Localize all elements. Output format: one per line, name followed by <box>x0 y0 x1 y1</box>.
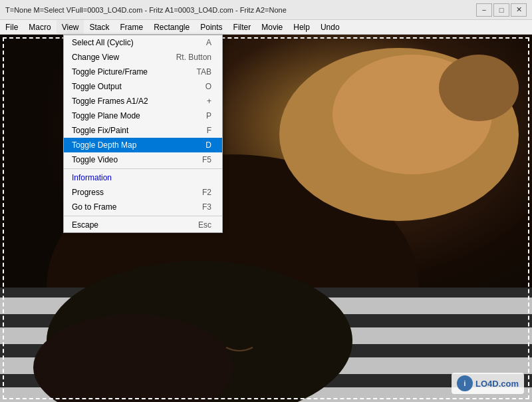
title-bar-controls: − □ ✕ <box>476 3 527 17</box>
menu-view[interactable]: View <box>57 20 84 34</box>
menu-bar: File Macro View Stack Frame Rectangle Po… <box>0 20 532 35</box>
menu-toggle-frames[interactable]: Toggle Frames A1/A2 + <box>64 94 222 108</box>
menu-points[interactable]: Points <box>195 20 227 34</box>
menu-undo[interactable]: Undo <box>315 20 345 34</box>
menu-movie[interactable]: Movie <box>256 20 288 34</box>
close-button[interactable]: ✕ <box>511 3 527 17</box>
menu-help[interactable]: Help <box>288 20 315 34</box>
menu-file[interactable]: File <box>0 20 23 34</box>
separator-1 <box>64 168 222 169</box>
menu-escape[interactable]: Escape Esc <box>64 218 222 232</box>
menu-toggle-picture-frame[interactable]: Toggle Picture/Frame TAB <box>64 65 222 79</box>
minimize-button[interactable]: − <box>476 3 492 17</box>
menu-change-view[interactable]: Change View Rt. Button <box>64 50 222 65</box>
menu-toggle-depth-map[interactable]: Toggle Depth Map D <box>64 138 222 152</box>
menu-go-to-frame[interactable]: Go to Frame F3 <box>64 200 222 214</box>
menu-information[interactable]: Information <box>64 170 222 185</box>
menu-stack[interactable]: Stack <box>84 20 114 34</box>
menu-rectangle[interactable]: Rectangle <box>148 20 195 34</box>
menu-toggle-video[interactable]: Toggle Video F5 <box>64 152 222 167</box>
view-dropdown: Select All (Cyclic) A Change View Rt. Bu… <box>63 35 223 233</box>
svg-point-5 <box>439 55 519 121</box>
watermark-text: LO4D.com <box>475 379 519 389</box>
separator-2 <box>64 216 222 216</box>
menu-macro[interactable]: Macro <box>23 20 56 34</box>
maximize-button[interactable]: □ <box>493 3 509 17</box>
menu-frame[interactable]: Frame <box>115 20 149 34</box>
watermark: i LO4D.com <box>452 373 524 394</box>
svg-text:i: i <box>464 380 466 387</box>
title-bar: T=None M=Select VFull=0003_LO4D.com - Fr… <box>0 0 532 20</box>
menu-toggle-fix-paint[interactable]: Toggle Fix/Paint F <box>64 123 222 138</box>
menu-filter[interactable]: Filter <box>228 20 257 34</box>
menu-select-all[interactable]: Select All (Cyclic) A <box>64 35 222 50</box>
title-bar-text: T=None M=Select VFull=0003_LO4D.com - Fr… <box>5 6 287 14</box>
watermark-icon: i <box>457 375 473 391</box>
menu-toggle-output[interactable]: Toggle Output O <box>64 79 222 94</box>
menu-progress[interactable]: Progress F2 <box>64 185 222 200</box>
menu-toggle-plane-mode[interactable]: Toggle Plane Mode P <box>64 108 222 123</box>
